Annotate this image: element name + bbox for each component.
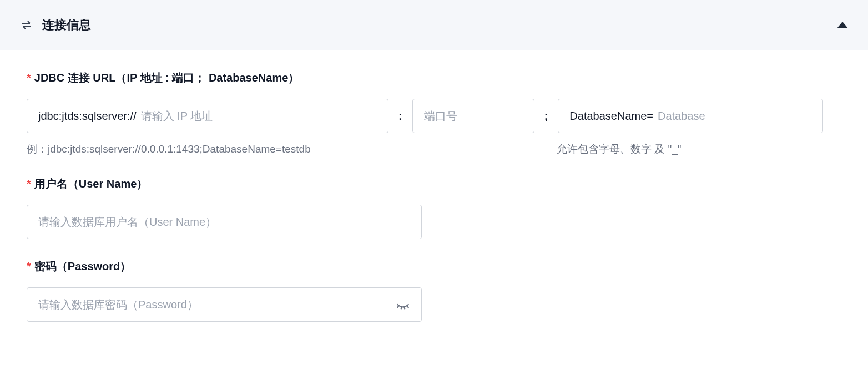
collapse-arrow-icon[interactable] bbox=[837, 22, 848, 28]
db-prefix: DatabaseName= bbox=[569, 110, 653, 123]
jdbc-field-group: *JDBC 连接 URL（IP 地址 : 端口； DatabaseName） j… bbox=[27, 70, 841, 156]
separator-semicolon: ; bbox=[534, 110, 558, 123]
username-input[interactable] bbox=[27, 205, 422, 239]
password-label: *密码（Password） bbox=[27, 259, 841, 274]
username-label-text: 用户名（User Name） bbox=[34, 178, 148, 190]
username-label: *用户名（User Name） bbox=[27, 176, 841, 191]
svg-line-0 bbox=[397, 306, 398, 307]
svg-line-3 bbox=[407, 306, 408, 307]
required-star: * bbox=[27, 72, 31, 84]
panel-body: *JDBC 连接 URL（IP 地址 : 端口； DatabaseName） j… bbox=[0, 50, 868, 362]
required-star: * bbox=[27, 260, 31, 272]
required-star: * bbox=[27, 178, 31, 190]
jdbc-prefix: jdbc:jtds:sqlserver:// bbox=[38, 110, 137, 123]
jdbc-label: *JDBC 连接 URL（IP 地址 : 端口； DatabaseName） bbox=[27, 70, 841, 85]
swap-icon bbox=[20, 18, 33, 32]
jdbc-example-hint: 例：jdbc:jtds:sqlserver://0.0.0.1:1433;Dat… bbox=[27, 142, 557, 156]
separator-colon: : bbox=[388, 110, 412, 123]
jdbc-label-text: JDBC 连接 URL（IP 地址 : 端口； DatabaseName） bbox=[34, 72, 300, 84]
jdbc-input-row: jdbc:jtds:sqlserver:// : ; DatabaseName= bbox=[27, 99, 841, 133]
username-field-group: *用户名（User Name） bbox=[27, 176, 841, 239]
ip-input[interactable] bbox=[141, 110, 377, 123]
db-input-box: DatabaseName= bbox=[558, 99, 823, 133]
svg-line-2 bbox=[404, 307, 405, 308]
password-field-group: *密码（Password） bbox=[27, 259, 841, 322]
eye-closed-icon[interactable] bbox=[396, 297, 410, 312]
port-input-box bbox=[412, 99, 534, 133]
password-label-text: 密码（Password） bbox=[34, 260, 131, 272]
db-hint: 允许包含字母、数字 及 "_" bbox=[557, 142, 682, 156]
ip-input-box: jdbc:jtds:sqlserver:// bbox=[27, 99, 388, 133]
database-input[interactable] bbox=[658, 110, 811, 123]
password-wrapper bbox=[27, 287, 422, 322]
panel-title: 连接信息 bbox=[42, 17, 91, 33]
svg-line-1 bbox=[401, 307, 402, 308]
panel-header[interactable]: 连接信息 bbox=[0, 0, 868, 50]
password-input[interactable] bbox=[38, 298, 396, 311]
